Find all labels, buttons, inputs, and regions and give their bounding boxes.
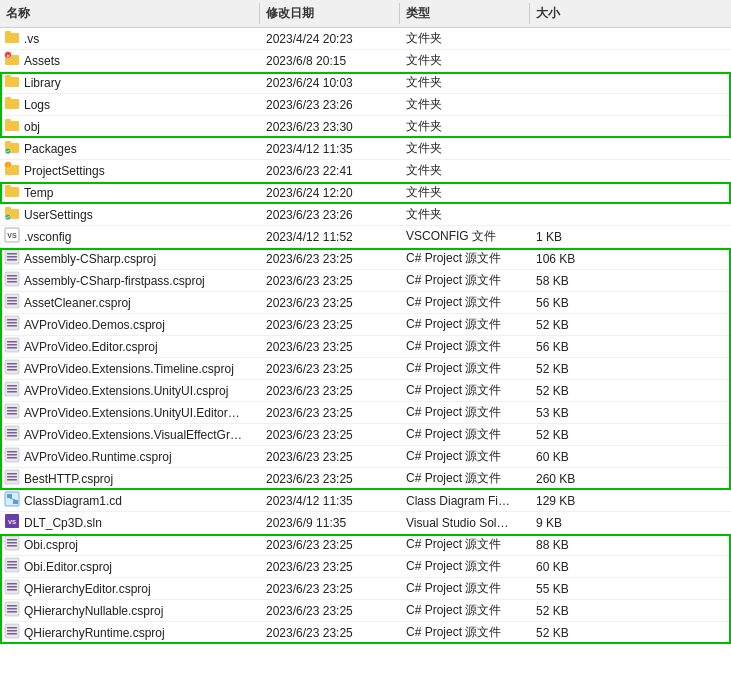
file-name-text: ProjectSettings — [24, 164, 105, 178]
file-name-text: QHierarchyRuntime.csproj — [24, 626, 165, 640]
file-name-cell: AVProVideo.Demos.csproj — [0, 313, 260, 336]
file-size: 52 KB — [530, 624, 610, 642]
table-row[interactable]: AVProVideo.Extensions.VisualEffectGr…202… — [0, 424, 731, 446]
svg-rect-43 — [7, 341, 17, 343]
file-name-text: Packages — [24, 142, 77, 156]
file-date: 2023/6/23 23:25 — [260, 338, 400, 356]
table-row[interactable]: !ProjectSettings2023/6/23 22:41文件夹 — [0, 160, 731, 182]
file-date: 2023/4/12 11:35 — [260, 140, 400, 158]
svg-text:✕: ✕ — [6, 53, 10, 59]
file-size: 1 KB — [530, 228, 610, 246]
file-explorer: 名称 修改日期 类型 大小 .vs2023/4/24 20:23文件夹✕Asse… — [0, 0, 731, 644]
table-row[interactable]: Library2023/6/24 10:03文件夹 — [0, 72, 731, 94]
table-row[interactable]: Logs2023/6/23 23:26文件夹 — [0, 94, 731, 116]
svg-rect-79 — [7, 545, 17, 547]
table-header: 名称 修改日期 类型 大小 — [0, 0, 731, 28]
file-name-text: AVProVideo.Extensions.UnityUI.Editor… — [24, 406, 240, 420]
folder-icon — [4, 139, 20, 158]
table-row[interactable]: AssetCleaner.csproj2023/6/23 23:25C# Pro… — [0, 292, 731, 314]
file-date: 2023/6/23 23:25 — [260, 558, 400, 576]
table-row[interactable]: AVProVideo.Extensions.UnityUI.Editor…202… — [0, 402, 731, 424]
file-date: 2023/6/23 23:25 — [260, 316, 400, 334]
file-type: 文件夹 — [400, 116, 530, 137]
csproj-icon — [4, 315, 20, 334]
table-row[interactable]: .vs2023/4/24 20:23文件夹 — [0, 28, 731, 50]
col-type[interactable]: 类型 — [400, 3, 530, 24]
svg-rect-55 — [7, 407, 17, 409]
file-date: 2023/4/12 11:35 — [260, 492, 400, 510]
folder-icon — [4, 183, 20, 202]
table-row[interactable]: AVProVideo.Extensions.Timeline.csproj202… — [0, 358, 731, 380]
csproj-icon — [4, 623, 20, 642]
file-name-text: Assembly-CSharp-firstpass.csproj — [24, 274, 205, 288]
file-size: 58 KB — [530, 272, 610, 290]
file-size — [530, 37, 610, 41]
table-row[interactable]: QHierarchyEditor.csproj2023/6/23 23:25C#… — [0, 578, 731, 600]
file-date: 2023/6/23 23:26 — [260, 96, 400, 114]
svg-rect-11 — [5, 121, 19, 131]
svg-rect-87 — [7, 589, 17, 591]
file-size: 56 KB — [530, 294, 610, 312]
file-name-text: Temp — [24, 186, 53, 200]
table-row[interactable]: VS.vsconfig2023/4/12 11:52VSCONFIG 文件1 K… — [0, 226, 731, 248]
table-row[interactable]: BestHTTP.csproj2023/6/23 23:25C# Project… — [0, 468, 731, 490]
svg-rect-67 — [7, 473, 17, 475]
table-row[interactable]: QHierarchyRuntime.csproj2023/6/23 23:25C… — [0, 622, 731, 644]
svg-rect-35 — [7, 297, 17, 299]
table-row[interactable]: Assembly-CSharp-firstpass.csproj2023/6/2… — [0, 270, 731, 292]
file-date: 2023/6/23 23:25 — [260, 448, 400, 466]
file-date: 2023/6/23 23:25 — [260, 294, 400, 312]
table-row[interactable]: ✕Assets2023/6/8 20:15文件夹 — [0, 50, 731, 72]
file-type: 文件夹 — [400, 94, 530, 115]
svg-text:VS: VS — [7, 232, 17, 239]
folder-icon — [4, 95, 20, 114]
file-size: 52 KB — [530, 426, 610, 444]
file-name-cell: Library — [0, 71, 260, 94]
table-row[interactable]: VSDLT_Cp3D.sln2023/6/9 11:35Visual Studi… — [0, 512, 731, 534]
table-row[interactable]: Obi.Editor.csproj2023/6/23 23:25C# Proje… — [0, 556, 731, 578]
sln-icon: VS — [4, 513, 20, 532]
file-name-text: ClassDiagram1.cd — [24, 494, 122, 508]
table-row[interactable]: AVProVideo.Extensions.UnityUI.csproj2023… — [0, 380, 731, 402]
col-date[interactable]: 修改日期 — [260, 3, 400, 24]
file-size: 129 KB — [530, 492, 610, 510]
file-type: 文件夹 — [400, 204, 530, 225]
svg-rect-68 — [7, 476, 17, 478]
file-size: 52 KB — [530, 316, 610, 334]
table-row[interactable]: Packages2023/4/12 11:35文件夹 — [0, 138, 731, 160]
col-name[interactable]: 名称 — [0, 3, 260, 24]
folder-icon — [4, 29, 20, 48]
file-type: C# Project 源文件 — [400, 578, 530, 599]
file-name-cell: BestHTTP.csproj — [0, 467, 260, 490]
csproj-icon — [4, 381, 20, 400]
file-name-cell: !ProjectSettings — [0, 159, 260, 182]
svg-rect-7 — [5, 77, 19, 87]
file-type: C# Project 源文件 — [400, 468, 530, 489]
table-row[interactable]: Assembly-CSharp.csproj2023/6/23 23:25C# … — [0, 248, 731, 270]
table-row[interactable]: obj2023/6/23 23:30文件夹 — [0, 116, 731, 138]
table-row[interactable]: QHierarchyNullable.csproj2023/6/23 23:25… — [0, 600, 731, 622]
table-row[interactable]: Obi.csproj2023/6/23 23:25C# Project 源文件8… — [0, 534, 731, 556]
file-date: 2023/6/23 23:25 — [260, 250, 400, 268]
file-size — [530, 103, 610, 107]
table-row[interactable]: AVProVideo.Runtime.csproj2023/6/23 23:25… — [0, 446, 731, 468]
table-row[interactable]: Temp2023/6/24 12:20文件夹 — [0, 182, 731, 204]
svg-rect-45 — [7, 347, 17, 349]
file-type: 文件夹 — [400, 182, 530, 203]
svg-rect-40 — [7, 322, 17, 324]
file-type: C# Project 源文件 — [400, 336, 530, 357]
file-date: 2023/6/23 23:25 — [260, 624, 400, 642]
csproj-icon — [4, 403, 20, 422]
svg-rect-27 — [7, 253, 17, 255]
svg-rect-9 — [5, 99, 19, 109]
file-name-text: Library — [24, 76, 61, 90]
table-row[interactable]: AVProVideo.Editor.csproj2023/6/23 23:25C… — [0, 336, 731, 358]
col-size[interactable]: 大小 — [530, 3, 610, 24]
table-row[interactable]: UserSettings2023/6/23 23:26文件夹 — [0, 204, 731, 226]
svg-rect-31 — [7, 275, 17, 277]
table-row[interactable]: ClassDiagram1.cd2023/4/12 11:35Class Dia… — [0, 490, 731, 512]
table-row[interactable]: AVProVideo.Demos.csproj2023/6/23 23:25C#… — [0, 314, 731, 336]
svg-rect-28 — [7, 256, 17, 258]
file-type: C# Project 源文件 — [400, 622, 530, 643]
svg-rect-20 — [5, 187, 19, 197]
